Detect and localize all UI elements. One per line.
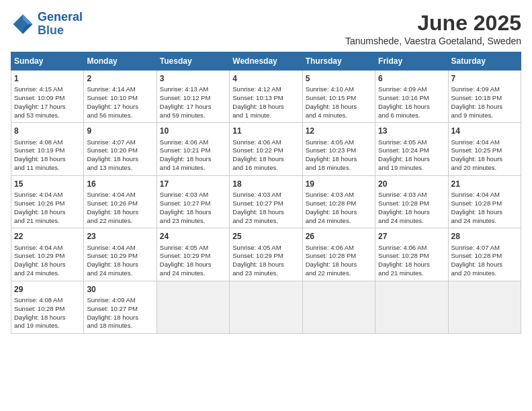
day-cell: 24Sunrise: 4:05 AMSunset: 10:29 PMDaylig… xyxy=(157,228,229,281)
day-number: 27 xyxy=(378,231,445,242)
day-number: 1 xyxy=(14,73,81,84)
day-info: Sunrise: 4:09 AMSunset: 10:16 PMDaylight… xyxy=(378,85,445,120)
location: Tanumshede, Vaestra Goetaland, Sweden xyxy=(345,36,521,46)
day-cell: 22Sunrise: 4:04 AMSunset: 10:29 PMDaylig… xyxy=(11,228,84,281)
weekday-header-monday: Monday xyxy=(84,52,157,71)
day-info: Sunrise: 4:14 AMSunset: 10:10 PMDaylight… xyxy=(87,85,153,120)
day-cell: 21Sunrise: 4:04 AMSunset: 10:28 PMDaylig… xyxy=(448,175,521,228)
day-cell: 16Sunrise: 4:04 AMSunset: 10:26 PMDaylig… xyxy=(84,175,157,228)
day-info: Sunrise: 4:06 AMSunset: 10:28 PMDaylight… xyxy=(378,244,445,278)
day-info: Sunrise: 4:08 AMSunset: 10:19 PMDaylight… xyxy=(14,138,81,173)
day-number: 29 xyxy=(14,284,81,295)
calendar: SundayMondayTuesdayWednesdayThursdayFrid… xyxy=(11,52,521,334)
weekday-header-saturday: Saturday xyxy=(448,52,521,71)
day-number: 20 xyxy=(378,179,445,189)
day-info: Sunrise: 4:13 AMSunset: 10:12 PMDaylight… xyxy=(160,85,226,120)
day-cell: 2Sunrise: 4:14 AMSunset: 10:10 PMDayligh… xyxy=(84,71,157,123)
day-cell: 23Sunrise: 4:04 AMSunset: 10:29 PMDaylig… xyxy=(84,228,157,281)
day-number: 6 xyxy=(378,73,445,84)
week-row-3: 15Sunrise: 4:04 AMSunset: 10:26 PMDaylig… xyxy=(11,175,521,228)
weekday-header-sunday: Sunday xyxy=(11,52,84,71)
day-info: Sunrise: 4:04 AMSunset: 10:26 PMDaylight… xyxy=(87,191,153,225)
day-number: 3 xyxy=(160,73,226,84)
day-info: Sunrise: 4:03 AMSunset: 10:27 PMDaylight… xyxy=(160,191,226,225)
day-number: 25 xyxy=(232,231,299,242)
day-cell xyxy=(375,281,448,333)
day-cell: 5Sunrise: 4:10 AMSunset: 10:15 PMDayligh… xyxy=(302,71,375,123)
header: General Blue June 2025 Tanumshede, Vaest… xyxy=(11,11,521,46)
day-number: 19 xyxy=(306,179,372,189)
day-info: Sunrise: 4:12 AMSunset: 10:13 PMDaylight… xyxy=(232,85,299,120)
day-info: Sunrise: 4:04 AMSunset: 10:28 PMDaylight… xyxy=(451,191,518,225)
day-cell xyxy=(230,281,302,333)
day-number: 28 xyxy=(451,231,518,242)
day-info: Sunrise: 4:05 AMSunset: 10:29 PMDaylight… xyxy=(232,244,299,278)
day-cell xyxy=(157,281,229,333)
day-cell: 12Sunrise: 4:05 AMSunset: 10:23 PMDaylig… xyxy=(302,123,375,175)
day-info: Sunrise: 4:09 AMSunset: 10:27 PMDaylight… xyxy=(87,296,153,330)
week-row-2: 8Sunrise: 4:08 AMSunset: 10:19 PMDayligh… xyxy=(11,123,521,175)
week-row-5: 29Sunrise: 4:08 AMSunset: 10:28 PMDaylig… xyxy=(11,281,521,333)
week-row-1: 1Sunrise: 4:15 AMSunset: 10:09 PMDayligh… xyxy=(11,71,521,123)
day-info: Sunrise: 4:07 AMSunset: 10:20 PMDaylight… xyxy=(87,138,153,173)
day-number: 30 xyxy=(87,284,153,295)
day-cell: 28Sunrise: 4:07 AMSunset: 10:28 PMDaylig… xyxy=(448,228,521,281)
day-number: 17 xyxy=(160,179,226,189)
day-number: 24 xyxy=(160,231,226,242)
day-number: 7 xyxy=(451,73,518,84)
day-cell: 19Sunrise: 4:03 AMSunset: 10:28 PMDaylig… xyxy=(302,175,375,228)
logo-line2: Blue xyxy=(38,24,64,37)
day-info: Sunrise: 4:03 AMSunset: 10:27 PMDaylight… xyxy=(232,191,299,225)
day-cell: 27Sunrise: 4:06 AMSunset: 10:28 PMDaylig… xyxy=(375,228,448,281)
day-cell: 8Sunrise: 4:08 AMSunset: 10:19 PMDayligh… xyxy=(11,123,84,175)
day-cell: 29Sunrise: 4:08 AMSunset: 10:28 PMDaylig… xyxy=(11,281,84,333)
day-info: Sunrise: 4:06 AMSunset: 10:22 PMDaylight… xyxy=(232,138,299,173)
day-cell: 10Sunrise: 4:06 AMSunset: 10:21 PMDaylig… xyxy=(157,123,229,175)
day-info: Sunrise: 4:04 AMSunset: 10:29 PMDaylight… xyxy=(14,244,81,278)
day-number: 21 xyxy=(451,179,518,189)
day-info: Sunrise: 4:03 AMSunset: 10:28 PMDaylight… xyxy=(306,191,372,225)
day-info: Sunrise: 4:05 AMSunset: 10:24 PMDaylight… xyxy=(378,138,445,173)
day-cell: 20Sunrise: 4:03 AMSunset: 10:28 PMDaylig… xyxy=(375,175,448,228)
day-cell xyxy=(302,281,375,333)
day-info: Sunrise: 4:04 AMSunset: 10:25 PMDaylight… xyxy=(451,138,518,173)
day-number: 18 xyxy=(232,179,299,189)
day-cell: 13Sunrise: 4:05 AMSunset: 10:24 PMDaylig… xyxy=(375,123,448,175)
day-number: 15 xyxy=(14,179,81,189)
logo: General Blue xyxy=(11,11,83,38)
weekday-header-wednesday: Wednesday xyxy=(230,52,302,71)
day-info: Sunrise: 4:10 AMSunset: 10:15 PMDaylight… xyxy=(306,85,372,120)
day-cell: 4Sunrise: 4:12 AMSunset: 10:13 PMDayligh… xyxy=(230,71,302,123)
day-cell: 9Sunrise: 4:07 AMSunset: 10:20 PMDayligh… xyxy=(84,123,157,175)
week-row-4: 22Sunrise: 4:04 AMSunset: 10:29 PMDaylig… xyxy=(11,228,521,281)
day-info: Sunrise: 4:03 AMSunset: 10:28 PMDaylight… xyxy=(378,191,445,225)
day-cell: 15Sunrise: 4:04 AMSunset: 10:26 PMDaylig… xyxy=(11,175,84,228)
weekday-header-friday: Friday xyxy=(375,52,448,71)
day-info: Sunrise: 4:04 AMSunset: 10:26 PMDaylight… xyxy=(14,191,81,225)
logo-text: General Blue xyxy=(38,11,83,38)
day-number: 22 xyxy=(14,231,81,242)
day-info: Sunrise: 4:08 AMSunset: 10:28 PMDaylight… xyxy=(14,296,81,330)
weekday-header-row: SundayMondayTuesdayWednesdayThursdayFrid… xyxy=(11,52,521,71)
day-number: 2 xyxy=(87,73,153,84)
day-cell: 1Sunrise: 4:15 AMSunset: 10:09 PMDayligh… xyxy=(11,71,84,123)
day-info: Sunrise: 4:05 AMSunset: 10:29 PMDaylight… xyxy=(160,244,226,278)
day-number: 10 xyxy=(160,126,226,136)
day-number: 16 xyxy=(87,179,153,189)
day-cell: 14Sunrise: 4:04 AMSunset: 10:25 PMDaylig… xyxy=(448,123,521,175)
day-info: Sunrise: 4:05 AMSunset: 10:23 PMDaylight… xyxy=(306,138,372,173)
day-number: 12 xyxy=(306,126,372,136)
day-info: Sunrise: 4:15 AMSunset: 10:09 PMDaylight… xyxy=(14,85,81,120)
logo-line1: General xyxy=(38,10,83,24)
day-cell xyxy=(448,281,521,333)
day-number: 23 xyxy=(87,231,153,242)
month-year: June 2025 xyxy=(345,11,521,36)
day-number: 13 xyxy=(378,126,445,136)
weekday-header-tuesday: Tuesday xyxy=(157,52,229,71)
day-number: 26 xyxy=(306,231,372,242)
title-area: June 2025 Tanumshede, Vaestra Goetaland,… xyxy=(345,11,521,46)
day-cell: 3Sunrise: 4:13 AMSunset: 10:12 PMDayligh… xyxy=(157,71,229,123)
day-cell: 6Sunrise: 4:09 AMSunset: 10:16 PMDayligh… xyxy=(375,71,448,123)
day-cell: 25Sunrise: 4:05 AMSunset: 10:29 PMDaylig… xyxy=(230,228,302,281)
day-cell: 30Sunrise: 4:09 AMSunset: 10:27 PMDaylig… xyxy=(84,281,157,333)
